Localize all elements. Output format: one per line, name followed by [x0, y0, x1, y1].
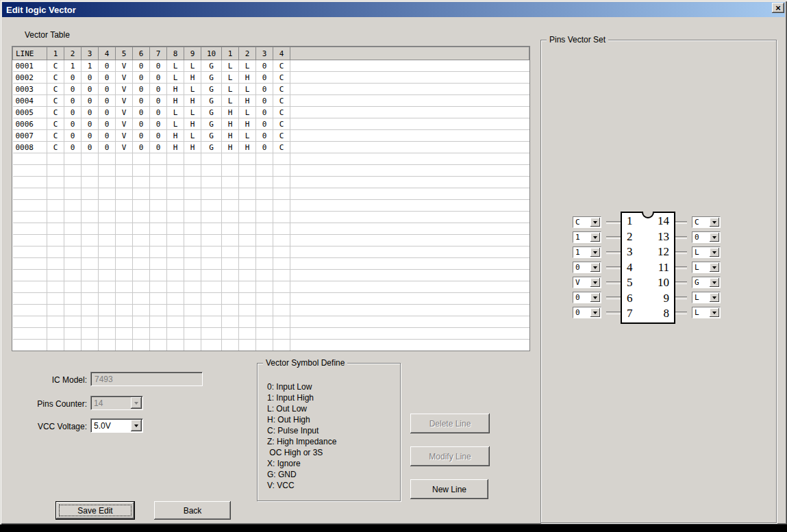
- pin-value-select[interactable]: 0: [573, 262, 601, 273]
- pin-value: V: [573, 277, 590, 288]
- pin-value-select[interactable]: V: [573, 277, 601, 288]
- pin-stub: [675, 221, 687, 224]
- pin-value-select[interactable]: L: [692, 246, 721, 258]
- pin-row: 0: [573, 292, 621, 303]
- filler-cell: [290, 246, 529, 258]
- chevron-down-icon[interactable]: [131, 420, 142, 431]
- vector-cell: 0: [64, 118, 82, 130]
- vector-cell: L: [222, 72, 239, 84]
- line-number-cell: 0002: [13, 72, 47, 84]
- vcc-voltage-select[interactable]: 5.0V: [90, 418, 143, 433]
- new-line-button[interactable]: New Line: [410, 479, 488, 499]
- pin-value-select[interactable]: 0: [573, 292, 601, 303]
- filler-cell: [290, 165, 529, 177]
- table-row[interactable]: 0001C110V00LLGLL0C: [13, 60, 529, 72]
- chevron-down-icon[interactable]: [590, 248, 600, 257]
- back-button[interactable]: Back: [154, 501, 231, 520]
- vector-cell: [47, 258, 64, 270]
- chevron-down-icon[interactable]: [590, 233, 600, 242]
- pin-value-select[interactable]: C: [573, 216, 601, 228]
- pin-value-select[interactable]: 1: [573, 246, 601, 258]
- table-row[interactable]: 0006C000V00LHGHH0C: [13, 118, 529, 130]
- vector-cell: V: [116, 118, 133, 130]
- table-row[interactable]: 0007C000V00HLGHL0C: [13, 130, 529, 142]
- chevron-down-icon[interactable]: [710, 263, 719, 272]
- chevron-down-icon[interactable]: [710, 233, 719, 242]
- pin-value-select[interactable]: 1: [573, 231, 601, 243]
- vector-cell: [47, 293, 64, 305]
- table-row[interactable]: 0008C000V00HHGHH0C: [13, 142, 529, 153]
- vector-cell: [82, 153, 99, 165]
- chevron-down-icon[interactable]: [590, 293, 600, 302]
- vector-cell: [47, 188, 64, 200]
- table-row[interactable]: 0003C000V00HLGLL0C: [13, 84, 529, 95]
- chevron-down-icon[interactable]: [710, 248, 719, 257]
- pin-value-select[interactable]: C: [692, 216, 721, 228]
- chevron-down-icon[interactable]: [710, 293, 719, 302]
- filler-cell: [290, 293, 529, 305]
- line-number-cell: [13, 340, 47, 351]
- chevron-down-icon[interactable]: [590, 308, 600, 317]
- chevron-down-icon[interactable]: [590, 218, 600, 227]
- vector-cell: [133, 293, 150, 305]
- filler-cell: [290, 340, 529, 351]
- table-row: [13, 293, 529, 305]
- vector-cell: 0: [99, 107, 116, 118]
- chevron-down-icon[interactable]: [710, 308, 719, 317]
- chevron-down-icon[interactable]: [710, 218, 719, 227]
- line-number-cell: 0006: [13, 118, 47, 130]
- symbol-define-item: 1: Input High: [267, 392, 396, 403]
- vector-cell: [64, 281, 82, 293]
- column-header: 1: [222, 47, 239, 60]
- vector-cell: [133, 212, 150, 223]
- vector-cell: [222, 165, 239, 177]
- vector-cell: [116, 258, 133, 270]
- pin-stub: [606, 251, 621, 254]
- vector-cell: [184, 165, 201, 177]
- vector-cell: C: [273, 130, 290, 142]
- vector-cell: C: [47, 72, 64, 84]
- pin-value: C: [692, 217, 709, 227]
- vector-cell: [133, 200, 150, 212]
- vector-cell: C: [273, 107, 290, 118]
- vector-cell: [256, 165, 273, 177]
- vector-cell: [167, 212, 184, 223]
- vector-cell: [64, 246, 82, 258]
- vector-cell: [82, 212, 99, 223]
- line-number-cell: 0004: [13, 95, 47, 107]
- vector-cell: [47, 212, 64, 223]
- pin-value-select[interactable]: G: [692, 277, 721, 288]
- vector-cell: [116, 223, 133, 235]
- vector-cell: [150, 177, 167, 188]
- save-edit-button[interactable]: Save Edit: [55, 501, 135, 520]
- vector-cell: [47, 340, 64, 351]
- pin-value-select[interactable]: L: [692, 262, 721, 273]
- table-row[interactable]: 0004C000V00HHGLH0C: [13, 95, 529, 107]
- chevron-down-icon[interactable]: [590, 263, 600, 272]
- vector-cell: [201, 165, 222, 177]
- pin-stub: [675, 251, 687, 254]
- close-button[interactable]: ×: [772, 3, 784, 13]
- vector-table-body: 0001C110V00LLGLL0C0002C000V00LHGLH0C0003…: [13, 60, 529, 351]
- vector-cell: C: [273, 118, 290, 130]
- pin-value-select[interactable]: 0: [573, 307, 601, 318]
- pin-value-select[interactable]: 0: [692, 231, 721, 243]
- chevron-down-icon[interactable]: [710, 278, 719, 287]
- pin-number: 5: [627, 277, 633, 288]
- vector-cell: [239, 165, 256, 177]
- table-row[interactable]: 0005C000V00LLGHL0C: [13, 107, 529, 118]
- vector-cell: [99, 235, 116, 246]
- vector-cell: [150, 212, 167, 223]
- vector-cell: [167, 305, 184, 316]
- vector-cell: [273, 223, 290, 235]
- pin-row: 1: [573, 246, 621, 258]
- vector-cell: [99, 316, 116, 328]
- table-row[interactable]: 0002C000V00LHGLH0C: [13, 72, 529, 84]
- vector-cell: C: [47, 84, 64, 95]
- pin-stub: [675, 312, 687, 314]
- pin-value-select[interactable]: L: [692, 292, 721, 303]
- chevron-down-icon[interactable]: [590, 278, 600, 287]
- pin-value-select[interactable]: L: [692, 307, 721, 318]
- column-header: 8: [167, 47, 184, 60]
- vector-cell: [150, 340, 167, 351]
